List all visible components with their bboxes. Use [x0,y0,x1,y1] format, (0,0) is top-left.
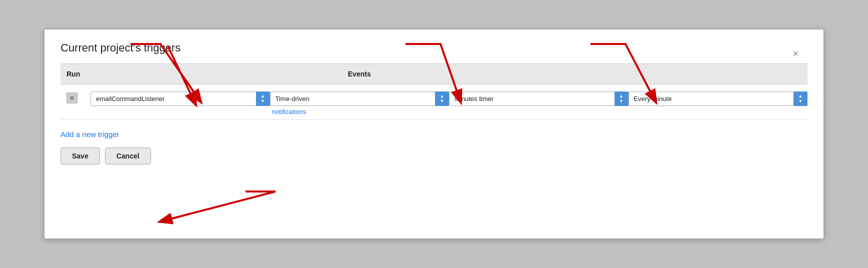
trigger-delete-cell: ✕ [60,92,90,104]
table-header: Run Events [60,64,808,84]
function-select-container: emailCommandListener onOpen onEdit sendE… [90,92,270,106]
interval-select[interactable]: Every minute Every 5 minutes Every 10 mi… [628,92,808,106]
event-type-column-header [449,68,628,80]
function-column-header [90,68,270,80]
interval-select-container: Every minute Every 5 minutes Every 10 mi… [628,92,808,106]
add-trigger-link[interactable]: Add a new trigger [60,130,120,138]
cancel-button[interactable]: Cancel [105,148,151,164]
run-column-header: Run [60,68,90,80]
delete-trigger-button[interactable]: ✕ [66,92,78,104]
triggers-dialog: × Current project's triggers Run Events … [44,29,824,239]
close-button[interactable]: × [792,48,798,58]
trigger-row: ✕ emailCommandListener onOpen onEdit sen… [60,84,808,120]
button-row: Save Cancel [60,148,808,164]
events-column-header: Events [270,68,450,80]
notifications-link[interactable]: notifications [270,108,450,116]
save-button[interactable]: Save [60,148,100,164]
interval-column-header [628,68,808,80]
event-source-select[interactable]: Time-driven From spreadsheet [270,92,450,106]
dialog-title: Current project's triggers [60,42,808,54]
function-select[interactable]: emailCommandListener onOpen onEdit sendE… [90,92,270,106]
event-source-select-container: Time-driven From spreadsheet ▲ ▼ [270,92,450,106]
event-type-select-container: Minutes timer Hour timer Day timer Week … [449,92,628,106]
trigger-actions: Add a new trigger Save Cancel [60,120,808,172]
event-type-select[interactable]: Minutes timer Hour timer Day timer Week … [449,92,628,106]
